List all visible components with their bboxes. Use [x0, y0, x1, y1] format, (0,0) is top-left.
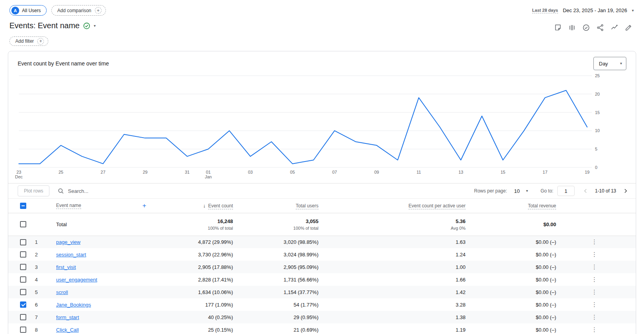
total-revenue: $0.00: [469, 221, 556, 227]
event-name-link[interactable]: form_start: [56, 314, 79, 320]
total-count-per-active-user-sub: Avg 0%: [322, 226, 466, 231]
note-icon: [554, 24, 562, 32]
edit-report-button[interactable]: [623, 23, 634, 32]
row-menu-kebab-icon[interactable]: ⋮: [591, 276, 597, 283]
select-all-checkbox[interactable]: [20, 203, 26, 209]
event-name-link[interactable]: Jane_Bookings: [56, 302, 91, 308]
go-to-label: Go to:: [540, 188, 553, 194]
x-axis-tick-label: 23: [16, 170, 21, 174]
row-checkbox[interactable]: [20, 276, 26, 283]
rows-per-page-label: Rows per page:: [474, 188, 507, 194]
total-label: Total: [51, 213, 149, 236]
event-name-link[interactable]: session_start: [56, 252, 86, 258]
event-name-link[interactable]: Click_Call: [56, 327, 79, 333]
row-checkbox[interactable]: [20, 289, 26, 295]
column-header-total-users[interactable]: Total users: [296, 203, 318, 209]
rows-per-page-value: 10: [514, 188, 520, 194]
sampling-quality-button[interactable]: [581, 23, 591, 32]
plus-icon: +: [37, 38, 44, 45]
column-header-total-revenue[interactable]: Total revenue: [528, 203, 556, 209]
x-axis-tick-sublabel: Jan: [205, 174, 212, 179]
count-per-active-user-cell: 1.38: [322, 311, 469, 323]
barcode-icon: [568, 24, 576, 32]
line-chart: 051015202523Dec2527293101Jan030507091113…: [8, 70, 636, 182]
total-revenue-cell: $0.00 (–): [469, 248, 560, 261]
next-page-button[interactable]: [621, 186, 630, 196]
column-header-event-count[interactable]: Event count: [208, 203, 233, 209]
total-event-count-sub: 100% of total: [149, 226, 233, 231]
notes-button[interactable]: [553, 23, 563, 32]
row-menu-kebab-icon[interactable]: ⋮: [591, 301, 597, 308]
x-axis-tick-label: 27: [101, 170, 106, 174]
chart-title: Event count by Event name over time: [18, 60, 109, 67]
row-menu-kebab-icon[interactable]: ⋮: [591, 326, 597, 333]
event-name-link[interactable]: user_engagement: [56, 277, 97, 283]
total-users-cell: 1,154 (37.77%): [237, 286, 322, 298]
date-range-preset: Last 28 days: [532, 8, 558, 13]
row-checkbox[interactable]: [20, 314, 26, 320]
segment-avatar: A: [11, 7, 19, 15]
y-axis-tick-label: 10: [595, 128, 600, 133]
column-header-count-per-active-user[interactable]: Event count per active user: [409, 203, 466, 209]
report-title-caret-icon[interactable]: ▾: [94, 24, 96, 28]
row-index: 8: [31, 323, 51, 334]
row-checkbox[interactable]: [20, 251, 26, 258]
report-card: Event count by Event name over time Day …: [8, 51, 636, 334]
row-menu-kebab-icon[interactable]: ⋮: [591, 314, 597, 320]
table-row: 4user_engagement2,828 (17.41%)1,731 (56.…: [8, 273, 636, 286]
row-checkbox[interactable]: [20, 239, 26, 245]
add-comparison-label: Add comparison: [57, 8, 91, 13]
row-menu-kebab-icon[interactable]: ⋮: [591, 263, 597, 270]
search-input[interactable]: [68, 188, 162, 194]
row-index: 2: [31, 248, 51, 261]
rows-per-page-select[interactable]: 10 ▾: [511, 187, 531, 196]
x-axis-tick-label: 19: [585, 170, 589, 174]
total-row-checkbox[interactable]: [20, 221, 26, 227]
comparisons-button[interactable]: [567, 23, 577, 32]
event-name-link[interactable]: first_visit: [56, 264, 76, 270]
table-header-row: Event name + ↓ Event count Total users E…: [8, 199, 636, 213]
date-range-picker[interactable]: Last 28 days Dec 23, 2025 - Jan 19, 2026…: [532, 7, 634, 13]
add-dimension-icon[interactable]: +: [142, 202, 146, 210]
data-quality-check-icon: [83, 22, 90, 29]
event-count-cell: 2,828 (17.41%): [149, 273, 237, 286]
previous-page-button[interactable]: [581, 186, 590, 196]
row-checkbox[interactable]: [20, 264, 26, 270]
count-per-active-user-cell: 1.42: [322, 286, 469, 298]
column-header-event-name[interactable]: Event name: [56, 203, 81, 209]
plus-icon: +: [95, 7, 102, 14]
plot-rows-button[interactable]: Plot rows: [18, 185, 49, 196]
total-revenue-cell: $0.00 (–): [469, 273, 560, 286]
total-users-cell: 1,731 (56.66%): [237, 273, 322, 286]
row-menu-kebab-icon[interactable]: ⋮: [591, 251, 597, 258]
total-revenue-cell: $0.00 (–): [469, 311, 560, 323]
x-axis-tick-label: 29: [143, 170, 147, 174]
segment-chip-all-users[interactable]: A All Users: [9, 5, 47, 16]
granularity-select[interactable]: Day ▾: [593, 57, 626, 70]
row-menu-kebab-icon[interactable]: ⋮: [591, 238, 597, 245]
go-to-page-input[interactable]: [557, 186, 575, 196]
insights-button[interactable]: [609, 23, 620, 32]
table-row: 7form_start40 (0.25%)29 (0.95%)1.38$0.00…: [8, 311, 636, 323]
segment-chip-label: All Users: [22, 8, 41, 13]
total-users-cell: 2,905 (95.09%): [237, 261, 322, 273]
share-button[interactable]: [595, 23, 606, 32]
row-menu-kebab-icon[interactable]: ⋮: [591, 289, 597, 295]
total-users: 3,055: [237, 218, 318, 224]
date-range-value: Dec 23, 2025 - Jan 19, 2026: [563, 7, 627, 13]
y-axis-tick-label: 0: [595, 165, 597, 170]
top-bar: A All Users Add comparison + Last 28 day…: [0, 0, 644, 19]
event-name-link[interactable]: page_view: [56, 239, 80, 245]
row-checkbox[interactable]: [20, 301, 26, 308]
event-name-link[interactable]: scroll: [56, 289, 68, 295]
count-per-active-user-cell: 1.00: [322, 261, 469, 273]
row-checkbox[interactable]: [20, 327, 26, 333]
add-comparison-button[interactable]: Add comparison +: [51, 5, 106, 16]
x-axis-tick-label: 05: [290, 170, 295, 174]
pagination-range: 1-10 of 13: [595, 188, 616, 194]
count-per-active-user-cell: 1.66: [322, 273, 469, 286]
x-axis-tick-label: 31: [185, 170, 189, 174]
table-row: 8Click_Call25 (0.15%)21 (0.69%)1.19$0.00…: [8, 323, 636, 334]
search-icon: [57, 187, 64, 194]
add-filter-button[interactable]: Add filter +: [9, 36, 48, 46]
